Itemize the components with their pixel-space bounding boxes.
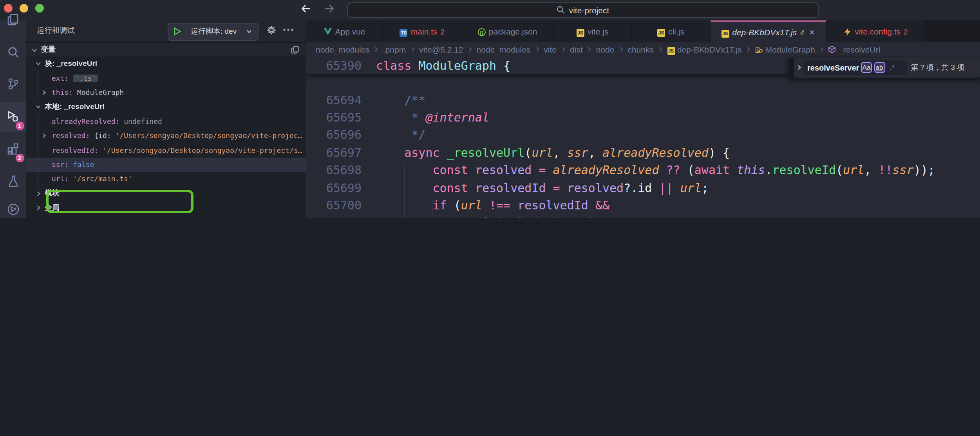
match-case-toggle[interactable]: Aa	[861, 62, 872, 73]
code-line-65700: 65700 if (url !== resolvedId &&	[306, 197, 980, 214]
file-icon	[323, 27, 332, 35]
breadcrumb-item[interactable]: vite	[544, 45, 557, 54]
class-icon	[755, 46, 763, 54]
code-line-65694: 65694 /**	[306, 91, 980, 109]
badge: 1	[15, 121, 24, 130]
sidebar-header: 运行和调试 运行脚本: dev	[26, 20, 306, 42]
code-line-65698: 65698 const resolved = alreadyResolved ?…	[306, 162, 980, 179]
more-actions-icon[interactable]	[283, 28, 294, 31]
breadcrumb-item[interactable]: node_modules	[477, 45, 531, 54]
find-widget-sash[interactable]	[788, 58, 794, 78]
search-icon	[5, 45, 21, 60]
method-icon	[828, 46, 836, 54]
title-bar: vite-project	[0, 0, 980, 20]
file-icon	[844, 27, 852, 36]
maximize-window-button[interactable]	[35, 4, 44, 12]
activity-item-testing[interactable]	[0, 166, 26, 196]
tab-cli.js[interactable]: JScli.js	[632, 20, 710, 42]
command-center-search[interactable]: vite-project	[347, 2, 819, 18]
breadcrumb-item[interactable]: vite@5.2.12	[419, 45, 463, 54]
variable-this[interactable]: this: ModuleGraph	[26, 85, 306, 100]
whole-word-toggle[interactable]: ab	[874, 62, 885, 73]
tab-package.json[interactable]: {}package.json	[462, 20, 553, 42]
testing-icon	[5, 173, 21, 189]
files-icon	[5, 12, 21, 27]
tab-dep-BKbDVx1T.js[interactable]: JSdep-BKbDVx1T.js4×	[710, 20, 826, 42]
chevron-down-icon	[240, 28, 257, 35]
variables-scope-块[interactable]: 块: _resolveUrl	[26, 56, 306, 71]
activity-item-run-circle[interactable]	[0, 194, 26, 218]
variable-ext[interactable]: ext: '.ts'	[26, 71, 306, 85]
close-tab-icon[interactable]: ×	[810, 27, 815, 37]
editor-tabs: App.vueTSmain.ts2{}package.jsonJSvite.js…	[306, 20, 980, 42]
file-icon: {}	[478, 27, 486, 36]
side-bar-run-and-debug: 运行和调试 运行脚本: dev 变量 块: _resolveUrlext: '.…	[26, 20, 306, 218]
activity-item-extensions[interactable]: 2	[0, 134, 26, 164]
vscode-window: vite-project 12 运行和调试 运行脚本: dev 变量 块: _r…	[0, 0, 980, 218]
code-editor[interactable]: 65694 /**65695 * @internal65696 */65697 …	[306, 57, 980, 218]
sidebar-title: 运行和调试	[37, 26, 75, 36]
editor-group: App.vueTSmain.ts2{}package.jsonJSvite.js…	[306, 20, 980, 218]
variable-ssr[interactable]: ssr: false	[26, 158, 306, 172]
breadcrumb-item[interactable]: node_modules	[316, 45, 370, 54]
variable-resolvedId[interactable]: resolvedId: '/Users/songyao/Desktop/song…	[26, 143, 306, 158]
breadcrumb-item[interactable]: chunks	[627, 45, 654, 54]
activity-item-source-control[interactable]	[0, 69, 26, 98]
tab-vite.config.ts[interactable]: vite.config.ts2	[826, 20, 926, 42]
breadcrumb-item[interactable]: .pnpm	[383, 45, 406, 54]
code-line-65695: 65695 * @internal	[306, 109, 980, 127]
breadcrumb-item[interactable]: JSdep-BKbDVx1T.js	[667, 45, 742, 55]
regex-toggle[interactable]: .*	[887, 62, 898, 73]
search-text: vite-project	[569, 5, 609, 15]
activity-item-files[interactable]	[0, 5, 26, 35]
activity-item-debug[interactable]: 1	[0, 102, 26, 131]
source-control-icon	[5, 76, 21, 91]
code-line-65701: 65701 !url.includes('\0') &&	[306, 214, 980, 218]
variable-resolved[interactable]: resolved: {id: '/Users/songyao/Desktop/s…	[26, 129, 306, 143]
tab-App.vue[interactable]: App.vue	[306, 20, 383, 42]
find-query-text: resolveServerUrl	[807, 64, 859, 72]
breadcrumbs: node_modules.pnpmvite@5.2.12node_modules…	[306, 42, 980, 57]
run-circle-icon	[5, 202, 21, 217]
navigate-back-icon[interactable]	[300, 2, 313, 15]
js-icon: JS	[667, 45, 675, 55]
find-toggle-replace-icon[interactable]	[796, 64, 802, 71]
activity-bar: 12	[0, 20, 26, 218]
variable-alreadyResolved[interactable]: alreadyResolved: undefined	[26, 114, 306, 129]
debug-launch-toolbar[interactable]: 运行脚本: dev	[167, 22, 258, 40]
activity-item-search[interactable]	[0, 38, 26, 67]
file-icon: JS	[721, 27, 729, 37]
find-results-count: 第 ? 项，共 3 项	[911, 58, 964, 78]
tab-vite.js[interactable]: JSvite.js	[553, 20, 632, 42]
debug-start-icon[interactable]	[168, 23, 186, 40]
file-icon: TS	[400, 26, 408, 36]
variable-url[interactable]: url: '/src/main.ts'	[26, 172, 306, 186]
breadcrumb-item[interactable]: _resolveUrl	[828, 45, 880, 54]
search-icon	[557, 6, 565, 15]
file-icon: JS	[577, 26, 584, 36]
badge: 2	[15, 154, 24, 162]
code-line-65699: 65699 const resolvedId = resolved?.id ||…	[306, 179, 980, 197]
debug-settings-gear-icon[interactable]	[266, 25, 277, 35]
tab-main.ts[interactable]: TSmain.ts2	[383, 20, 462, 42]
debug-config-select[interactable]: 运行脚本: dev	[186, 26, 240, 36]
copy-value-icon[interactable]	[291, 45, 299, 54]
breadcrumb-item[interactable]: ModuleGraph	[755, 45, 815, 54]
variables-scope-本地[interactable]: 本地: _resolveUrl	[26, 100, 306, 114]
breadcrumb-item[interactable]: node	[596, 45, 615, 54]
annotation-highlight-box	[46, 190, 193, 213]
navigate-forward-icon[interactable]	[323, 2, 335, 15]
code-line-65697: 65697 async _resolveUrl(url, ssr, alread…	[306, 144, 980, 162]
find-widget: resolveServerUrl Aa ab .* 第 ? 项，共 3 项	[788, 58, 980, 79]
file-icon: JS	[657, 26, 665, 36]
find-input[interactable]: resolveServerUrl Aa ab .*	[803, 60, 907, 75]
code-line-65696: 65696 */	[306, 127, 980, 144]
tabstrip-empty	[926, 20, 980, 42]
variables-section-header[interactable]: 变量	[26, 43, 306, 56]
breadcrumb-item[interactable]: dist	[570, 45, 583, 54]
